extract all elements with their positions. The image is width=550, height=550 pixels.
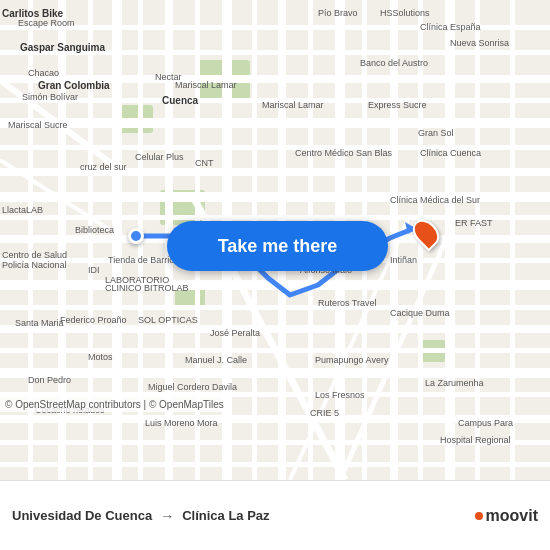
street-h7: [0, 168, 550, 176]
street-v18: [510, 0, 515, 480]
route-info: Univesidad De Cuenca → Clínica La Paz: [12, 508, 475, 524]
street-h6: [0, 145, 550, 150]
street-v16: [445, 0, 455, 480]
street-h9: [0, 215, 550, 220]
street-h20: [0, 462, 550, 467]
street-v17: [475, 0, 480, 480]
street-v14: [390, 0, 398, 480]
street-h15: [0, 348, 550, 353]
street-h16: [0, 368, 550, 378]
street-h8: [0, 192, 550, 202]
map-attribution: © OpenStreetMap contributors | © OpenMap…: [0, 397, 229, 412]
origin-label: Univesidad De Cuenca: [12, 508, 152, 523]
street-h2: [0, 50, 550, 55]
street-h13: [0, 305, 550, 310]
map-container: Carlitos Bike Escape Room Gaspar Sanguim…: [0, 0, 550, 480]
street-h14: [0, 325, 550, 333]
moovit-dot-icon: [475, 512, 483, 520]
street-h1: [0, 25, 550, 30]
street-h19: [0, 440, 550, 445]
street-h18: [0, 415, 550, 423]
street-h3: [0, 75, 550, 83]
street-h5: [0, 118, 550, 128]
street-h4: [0, 98, 550, 103]
street-h12: [0, 280, 550, 290]
destination-marker: [415, 218, 437, 248]
moovit-text: moovit: [486, 507, 538, 525]
origin-marker: [128, 228, 144, 244]
destination-label: Clínica La Paz: [182, 508, 269, 523]
moovit-logo: moovit: [475, 507, 538, 525]
bottom-bar: Univesidad De Cuenca → Clínica La Paz mo…: [0, 480, 550, 550]
take-me-there-button[interactable]: Take me there: [167, 221, 388, 271]
route-arrow-icon: →: [160, 508, 174, 524]
